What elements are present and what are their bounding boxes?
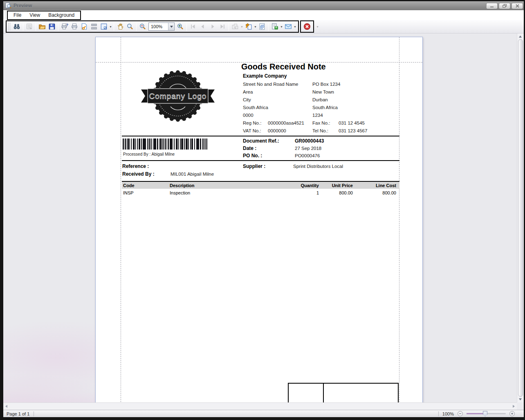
page-color-caret[interactable]: ▾ <box>254 25 257 29</box>
export-button[interactable] <box>270 22 280 31</box>
zoom-combobox-value: 100% <box>149 24 168 29</box>
preview-app-icon <box>5 2 11 9</box>
date-value: 27 Sep 2018 <box>295 146 321 151</box>
cell-quantity: 1 <box>268 190 319 195</box>
export-icon <box>271 23 278 30</box>
address-line: Durban <box>312 96 328 104</box>
received-by-label: Received By : <box>122 171 155 177</box>
address-line: New Town <box>312 88 334 96</box>
find-button[interactable] <box>12 22 22 31</box>
toolbar-overflow-caret[interactable]: ▾ <box>316 25 319 29</box>
toolbar-highlight-box: ? <box>6 20 299 33</box>
print-dialog-button[interactable]: ? <box>60 22 70 31</box>
multiple-pages-button[interactable] <box>230 22 240 31</box>
minimize-button[interactable] <box>486 3 498 9</box>
address-line: Street No and Road Name <box>243 80 298 88</box>
page-setup-icon <box>81 23 88 30</box>
scroll-up-icon[interactable] <box>517 34 523 39</box>
close-highlight-box <box>300 20 314 33</box>
left-margin-guide <box>121 37 121 410</box>
cell-code: INSP <box>122 190 170 195</box>
section-rule <box>122 160 399 161</box>
horizontal-scrollbar[interactable] <box>3 402 517 410</box>
page-color-icon <box>245 23 252 30</box>
col-header-code: Code <box>122 183 170 188</box>
company-name: Example Company <box>243 73 287 79</box>
print-button[interactable] <box>70 22 79 31</box>
address-line: 1234 <box>312 112 323 119</box>
magnifier-icon <box>126 23 134 30</box>
toolbar-separator <box>186 22 187 31</box>
last-page-icon <box>219 23 226 30</box>
document-map-icon <box>26 23 33 30</box>
watermark-button[interactable] <box>257 22 267 31</box>
address-line: Area <box>243 88 253 96</box>
header-footer-button[interactable] <box>89 22 99 31</box>
document-map-button[interactable] <box>25 22 34 31</box>
restore-button[interactable] <box>499 3 510 9</box>
processed-by: Processed By : Abigail Milne <box>123 152 175 156</box>
email-icon <box>285 23 292 30</box>
printer-icon <box>71 23 78 30</box>
zoom-combobox[interactable]: 100% <box>148 22 175 31</box>
close-preview-icon <box>303 23 311 30</box>
close-window-button[interactable] <box>512 3 523 9</box>
preview-area[interactable]: Goods Received Note <box>3 34 524 410</box>
barcode <box>123 139 207 150</box>
right-margin-guide <box>399 37 399 410</box>
table-header: Code Description Quantity Unit Price Lin… <box>122 181 399 189</box>
multiple-pages-caret[interactable]: ▾ <box>240 25 244 29</box>
menu-item-file[interactable]: File <box>9 11 25 19</box>
previous-page-button[interactable] <box>198 22 208 31</box>
date-label: Date : <box>243 145 256 151</box>
vertical-scrollbar-thumb[interactable] <box>518 39 523 397</box>
zoom-combobox-caret[interactable] <box>168 23 174 30</box>
email-dropdown-caret[interactable]: ▾ <box>293 25 297 29</box>
doc-ref-value: GR00000443 <box>295 138 324 144</box>
page-color-button[interactable] <box>244 22 254 31</box>
zoom-slider[interactable] <box>467 413 506 414</box>
scroll-down-icon[interactable] <box>517 397 523 402</box>
vertical-scrollbar[interactable] <box>517 34 524 402</box>
doc-ref-label: Document Ref.: <box>243 138 279 144</box>
email-button[interactable] <box>283 22 293 31</box>
export-dropdown-caret[interactable]: ▾ <box>280 25 283 29</box>
scale-dropdown-caret[interactable]: ▾ <box>109 25 112 29</box>
toolbar-grip[interactable] <box>8 23 10 30</box>
print-dialog-icon: ? <box>61 23 68 30</box>
magnifier-button[interactable] <box>125 22 135 31</box>
page-setup-button[interactable] <box>79 22 89 31</box>
next-page-button[interactable] <box>208 22 218 31</box>
toolbar-separator <box>36 22 36 31</box>
zoom-out-button[interactable] <box>138 22 148 31</box>
zoom-slider-thumb[interactable] <box>483 411 487 417</box>
open-button[interactable] <box>37 22 47 31</box>
zoom-out-slider-button[interactable] <box>458 411 463 416</box>
close-preview-button[interactable] <box>302 22 312 31</box>
address-line: City <box>243 96 251 104</box>
menu-item-view[interactable]: View <box>25 11 44 19</box>
logo-text: Company Logo <box>149 92 207 101</box>
menu-item-background[interactable]: Background <box>44 11 79 19</box>
vat-value: 0000000 <box>268 127 286 135</box>
supplier-value: Sprint Distributors Local <box>293 164 343 169</box>
scrollbar-corner <box>517 402 524 410</box>
vat-label: VAT No.: <box>243 127 261 135</box>
menu-grip[interactable] <box>4 11 6 19</box>
address-line: South Africa <box>243 104 268 112</box>
zoom-in-slider-button[interactable] <box>509 411 515 416</box>
cell-unitprice: 800.00 <box>319 190 353 195</box>
col-header-unitprice: Unit Price <box>319 183 353 188</box>
scale-button[interactable] <box>99 22 109 31</box>
zoom-in-button[interactable] <box>175 22 185 31</box>
first-page-button[interactable] <box>188 22 198 31</box>
save-button[interactable] <box>47 22 57 31</box>
reference-label: Reference : <box>122 163 149 169</box>
scroll-right-icon[interactable] <box>511 404 517 409</box>
hand-tool-button[interactable] <box>115 22 125 31</box>
last-page-button[interactable] <box>218 22 227 31</box>
scroll-left-icon[interactable] <box>3 404 9 409</box>
page-indicator: Page 1 of 1 <box>7 411 29 416</box>
address-line: 0000 <box>243 112 254 119</box>
save-icon <box>48 23 56 30</box>
